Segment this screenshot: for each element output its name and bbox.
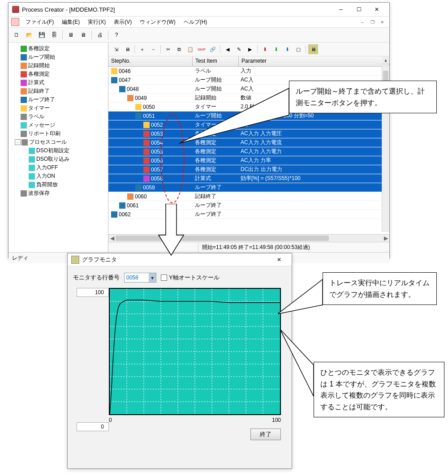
tree-expander[interactable]: - — [15, 139, 21, 145]
tree-item[interactable]: 計算式 — [9, 78, 107, 87]
menu-view[interactable]: 表示(V) — [110, 17, 135, 27]
tree-panel[interactable]: 各種設定ループ開始記録開始各種測定計算式記録終了ループ終了タイマーラベルメッセー… — [9, 43, 108, 252]
tree-item[interactable]: ループ開始 — [9, 53, 107, 61]
scroll-left-icon[interactable]: ◀ — [108, 235, 116, 242]
mdi-restore[interactable]: ❐ — [368, 18, 377, 26]
mdi-close[interactable]: ✕ — [378, 18, 387, 26]
row-number-combo[interactable]: ▾ — [124, 273, 156, 283]
scroll-up-icon[interactable]: ▴ — [382, 56, 389, 64]
tree-item-icon — [21, 97, 27, 103]
link-icon[interactable]: 🔗 — [208, 44, 218, 54]
tree-item[interactable]: 入力ON — [9, 172, 107, 180]
step-number: 0060 — [135, 193, 147, 200]
menu-run[interactable]: 実行(X) — [84, 17, 109, 27]
grid-row[interactable]: 0058計算式効率[%] = (S57/S55)*100 — [108, 174, 389, 183]
wand-icon[interactable]: ✎ — [234, 44, 244, 54]
paste-icon[interactable]: 📋 — [185, 44, 195, 54]
skip-icon[interactable]: SKIP — [197, 44, 207, 54]
tree-item[interactable]: -プロセスコール — [9, 138, 107, 146]
separator — [134, 45, 135, 53]
row-icon — [119, 86, 125, 92]
grid-row[interactable]: 0056各種測定AC入力 力率 — [108, 156, 389, 165]
copy-icon[interactable]: ⧉ — [174, 44, 184, 54]
row-icon — [111, 211, 117, 218]
grid-row[interactable]: 0046ラベル入力 — [108, 67, 389, 76]
menu-window[interactable]: ウィンドウ(W) — [136, 17, 179, 27]
col-parameter[interactable]: Parameter — [239, 56, 389, 66]
tree-item-icon — [29, 148, 35, 154]
tree-item[interactable]: 記録終了 — [9, 87, 107, 95]
saveas-icon[interactable]: 🗄 — [49, 30, 60, 40]
collapse-icon[interactable]: － — [148, 44, 158, 54]
tree-item[interactable]: メッセージ — [9, 121, 107, 129]
close-button[interactable]: ✕ — [368, 4, 386, 15]
ymin-value: 0 — [77, 422, 109, 431]
tree-item-icon — [29, 165, 35, 171]
forward-icon[interactable]: ▶ — [245, 44, 255, 54]
help-icon[interactable]: ? — [111, 30, 122, 40]
expand-icon[interactable]: ＋ — [137, 44, 147, 54]
tree-item-icon — [21, 190, 27, 197]
scroll-handle[interactable] — [116, 236, 329, 241]
dropdown-icon[interactable]: ▾ — [149, 273, 156, 282]
menu-file[interactable]: ファイル(F) — [22, 17, 57, 27]
graph-monitor-icon[interactable]: 🖥 — [308, 44, 318, 54]
new-icon[interactable]: 🗋 — [11, 30, 22, 40]
monitor-close-button[interactable]: ✕ — [270, 254, 288, 266]
content-area: 各種設定ループ開始記録開始各種測定計算式記録終了ループ終了タイマーラベルメッセー… — [9, 43, 389, 252]
monitor-close-btn[interactable]: 終了 — [250, 429, 281, 440]
down2-icon[interactable]: ⬇ — [271, 44, 281, 54]
tree-item[interactable]: タイマー — [9, 104, 107, 112]
display1-icon[interactable]: 🖥 — [65, 30, 76, 40]
row-number-input[interactable] — [125, 274, 149, 281]
display2-icon[interactable]: 🖥 — [78, 30, 89, 40]
mdi-minimize[interactable]: – — [358, 18, 367, 26]
grid-row[interactable]: 0055各種測定AC入力 入力電力 — [108, 147, 389, 156]
svg-marker-1 — [159, 204, 184, 255]
tree-item[interactable]: 負荷開放 — [9, 180, 107, 189]
tree-item[interactable]: ラベル — [9, 112, 107, 121]
cut-icon[interactable]: ✂ — [163, 44, 173, 54]
open-icon[interactable]: 📂 — [24, 30, 34, 40]
y-axis-labels: 100 0 — [73, 288, 109, 440]
down1-icon[interactable]: ⬇ — [260, 44, 270, 54]
monitor-icon[interactable]: 🖥 — [122, 44, 132, 54]
col-stepno[interactable]: StepNo. — [108, 56, 193, 66]
row-icon — [143, 158, 150, 164]
back-icon[interactable]: ◀ — [223, 44, 233, 54]
tree-item[interactable]: ループ終了 — [9, 95, 107, 104]
col-testitem[interactable]: Test Item — [193, 56, 239, 66]
print-icon[interactable]: 🖨 — [95, 30, 105, 40]
tree-item[interactable]: 記録開始 — [9, 61, 107, 70]
tree-item[interactable]: DSO取り込み — [9, 155, 107, 163]
maximize-button[interactable]: ☐ — [350, 4, 368, 15]
menu-edit[interactable]: 編集(E) — [58, 17, 83, 27]
tree-item[interactable]: リポート印刷 — [9, 129, 107, 138]
parameter: 効率[%] = (S57/S55)*100 — [238, 174, 389, 183]
tree-item[interactable]: DSO初期設定 — [9, 146, 107, 155]
stop-icon[interactable]: ▢ — [293, 44, 303, 54]
checkbox-box[interactable] — [161, 274, 167, 281]
down3-icon[interactable]: ⬇ — [282, 44, 292, 54]
scroll-right-icon[interactable]: ▶ — [382, 235, 389, 242]
plot-area: 0 100 終了 — [109, 288, 281, 440]
autoscale-checkbox[interactable]: Y軸オートスケール — [161, 274, 220, 282]
scroll-track[interactable] — [116, 235, 382, 242]
step-number: 0046 — [119, 68, 131, 74]
grid-row[interactable]: 0062ループ終了 — [108, 210, 389, 219]
tree-item-icon — [29, 173, 35, 180]
menu-help[interactable]: ヘルプ(H) — [180, 17, 211, 27]
tree-icon[interactable]: ⇲ — [111, 44, 121, 54]
grid-row[interactable]: 0057各種測定DC出力 出力電力 — [108, 165, 389, 174]
tree-item[interactable]: 入力OFF — [9, 163, 107, 172]
grid-row[interactable]: 0060記録終了 — [108, 192, 389, 201]
tree-item[interactable]: 各種測定 — [9, 70, 107, 78]
save-icon[interactable]: 💾 — [36, 30, 47, 40]
grid-row[interactable]: 0061ループ終了 — [108, 201, 389, 210]
tree-item-icon — [21, 131, 27, 137]
h-scrollbar[interactable]: ◀ ▶ — [108, 234, 389, 242]
tree-item[interactable]: 各種設定 — [9, 44, 107, 53]
minimize-button[interactable]: ─ — [332, 4, 350, 15]
tree-item[interactable]: 波形保存 — [9, 189, 107, 197]
grid-row[interactable]: 0059ループ終了 — [108, 183, 389, 192]
